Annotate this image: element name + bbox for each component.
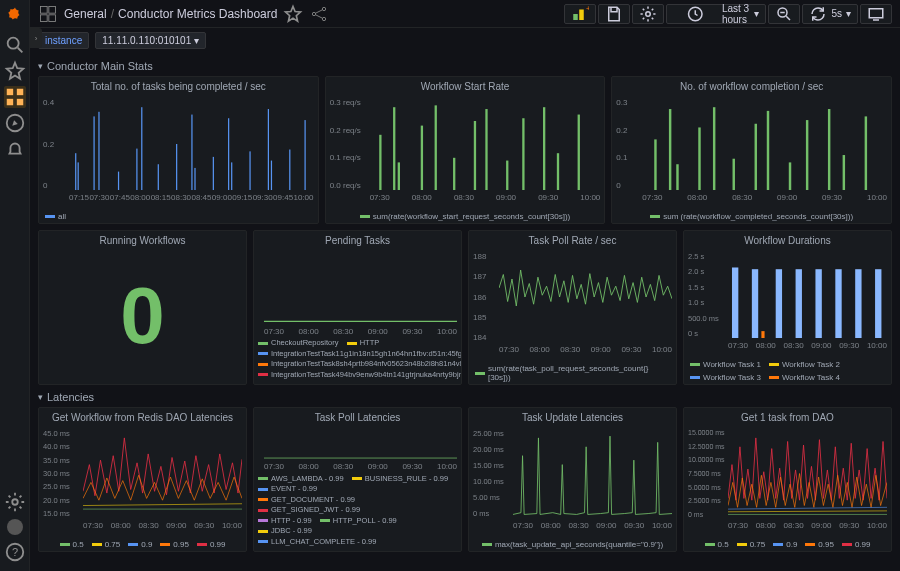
svg-point-0 xyxy=(7,38,18,49)
svg-rect-2 xyxy=(6,89,12,95)
panel-title: Workflow Durations xyxy=(684,231,891,248)
help-icon[interactable]: ? xyxy=(4,541,26,563)
svg-rect-41 xyxy=(228,118,229,190)
svg-rect-75 xyxy=(732,267,738,338)
svg-rect-79 xyxy=(796,269,802,338)
svg-rect-46 xyxy=(289,150,290,190)
svg-rect-20 xyxy=(580,9,585,20)
tv-mode-button[interactable] xyxy=(860,4,892,24)
breadcrumb[interactable]: General / Conductor Metrics Dashboard xyxy=(64,7,277,21)
refresh-button[interactable]: 5s▾ xyxy=(802,4,858,24)
share-icon[interactable] xyxy=(309,4,329,24)
legend: sum(rate(task_poll_request_seconds_count… xyxy=(469,362,676,384)
svg-rect-19 xyxy=(574,14,579,20)
variable-value[interactable]: 11.11.0.110:010101 ▾ xyxy=(95,32,206,49)
chart-area xyxy=(264,252,457,324)
svg-rect-55 xyxy=(485,109,487,190)
panel-poll-latencies[interactable]: Task Poll Latencies 07:3008:0008:3009:00… xyxy=(253,407,462,552)
svg-point-7 xyxy=(12,499,18,505)
svg-point-14 xyxy=(313,12,316,15)
svg-rect-76 xyxy=(752,269,758,338)
svg-line-17 xyxy=(316,9,323,12)
chart-area xyxy=(728,252,887,338)
legend: Workflow Task 1 Workflow Task 2 Workflow… xyxy=(684,358,891,384)
panel-update-latencies[interactable]: Task Update Latencies 25.00 ms20.00 ms15… xyxy=(468,407,677,552)
svg-text:+: + xyxy=(586,5,589,13)
panel-durations[interactable]: Workflow Durations 2.5 s2.0 s1.5 s1.0 s5… xyxy=(683,230,892,385)
user-avatar[interactable] xyxy=(7,519,23,535)
x-axis: 07:3008:0008:3009:0009:3010:00 xyxy=(499,345,672,354)
x-axis: 07:3008:0008:3009:0009:3010:00 xyxy=(513,521,672,530)
panel-grid-icon[interactable] xyxy=(38,4,58,24)
panel-running-workflows[interactable]: Running Workflows 0 xyxy=(38,230,247,385)
y-axis: 188187186185184 xyxy=(473,252,486,342)
svg-rect-57 xyxy=(522,118,524,190)
svg-rect-54 xyxy=(473,121,475,190)
variable-name[interactable]: instance xyxy=(38,32,89,49)
panel-completion[interactable]: No. of workflow completion / sec 0.30.20… xyxy=(611,76,892,224)
add-panel-button[interactable]: + xyxy=(564,4,596,24)
svg-rect-53 xyxy=(453,158,455,190)
svg-rect-42 xyxy=(231,162,232,190)
panel-start-rate[interactable]: Workflow Start Rate 0.3 req/s0.2 req/s0.… xyxy=(325,76,606,224)
variable-row: instance 11.11.0.110:010101 ▾ xyxy=(30,28,900,52)
svg-rect-58 xyxy=(543,107,545,190)
time-range-picker[interactable]: Last 3 hours ▾ xyxy=(666,4,766,24)
svg-rect-64 xyxy=(699,127,701,190)
explore-icon[interactable] xyxy=(4,112,26,134)
svg-rect-66 xyxy=(733,159,735,190)
section-main-stats[interactable]: ▾Conductor Main Stats xyxy=(38,60,892,72)
panel-total-tasks[interactable]: Total no. of tasks being completed / sec… xyxy=(38,76,319,224)
svg-rect-35 xyxy=(141,107,142,190)
configuration-icon[interactable] xyxy=(4,491,26,513)
legend: sum (rate(workflow_completed_seconds_cou… xyxy=(612,210,891,223)
breadcrumb-sep: / xyxy=(111,7,114,21)
panel-title: Workflow Start Rate xyxy=(326,77,605,94)
dock-toggle[interactable]: › xyxy=(30,28,42,48)
svg-rect-51 xyxy=(420,126,422,190)
star-dashboard-icon[interactable] xyxy=(283,4,303,24)
settings-button[interactable] xyxy=(632,4,664,24)
refresh-interval: 5s xyxy=(831,8,842,19)
legend: 0.5 0.75 0.9 0.95 0.99 xyxy=(39,538,246,551)
alerting-icon[interactable] xyxy=(4,138,26,160)
dashboards-icon[interactable] xyxy=(4,86,26,108)
svg-line-1 xyxy=(17,48,22,53)
panel-pending-tasks[interactable]: Pending Tasks 07:3008:0008:3009:0009:301… xyxy=(253,230,462,385)
grafana-logo-icon[interactable] xyxy=(6,6,24,24)
chevron-down-icon: ▾ xyxy=(754,8,759,19)
svg-rect-68 xyxy=(767,111,769,190)
panel-poll-rate[interactable]: Task Poll Rate / sec 188187186185184 07:… xyxy=(468,230,677,385)
breadcrumb-folder[interactable]: General xyxy=(64,7,107,21)
svg-rect-31 xyxy=(93,116,94,190)
svg-rect-61 xyxy=(655,139,657,190)
breadcrumb-title[interactable]: Conductor Metrics Dashboard xyxy=(118,7,277,21)
section-latencies[interactable]: ▾Latencies xyxy=(38,391,892,403)
x-axis: 07:3008:0008:3009:0009:3010:00 xyxy=(728,341,887,350)
panel-title: Get Workflow from Redis DAO Latencies xyxy=(39,408,246,425)
svg-rect-33 xyxy=(118,172,119,190)
x-axis: 07:3008:0008:3009:0009:3010:00 xyxy=(642,193,887,202)
zoom-out-button[interactable] xyxy=(768,4,800,24)
save-button[interactable] xyxy=(598,4,630,24)
stat-value: 0 xyxy=(39,248,246,384)
panel-get1task[interactable]: Get 1 task from DAO 15.0000 ms12.5000 ms… xyxy=(683,407,892,552)
svg-rect-47 xyxy=(304,120,305,190)
svg-rect-36 xyxy=(158,164,159,190)
svg-rect-13 xyxy=(49,14,56,21)
y-axis: 0.30.20.10 xyxy=(616,98,627,190)
chart-area xyxy=(642,98,887,190)
x-axis: 07:3008:0008:3009:0009:3010:00 xyxy=(264,462,457,471)
search-icon[interactable] xyxy=(4,34,26,56)
panel-title: Get 1 task from DAO xyxy=(684,408,891,425)
svg-rect-4 xyxy=(6,99,12,105)
svg-rect-29 xyxy=(75,153,76,190)
svg-rect-56 xyxy=(506,161,508,190)
svg-rect-40 xyxy=(213,157,214,190)
svg-rect-10 xyxy=(41,6,48,13)
y-axis: 2.5 s2.0 s1.5 s1.0 s500.0 ms0 s xyxy=(688,252,719,338)
star-icon[interactable] xyxy=(4,60,26,82)
panel-redis-dao[interactable]: Get Workflow from Redis DAO Latencies 45… xyxy=(38,407,247,552)
svg-rect-69 xyxy=(789,162,791,190)
svg-rect-71 xyxy=(828,109,830,190)
